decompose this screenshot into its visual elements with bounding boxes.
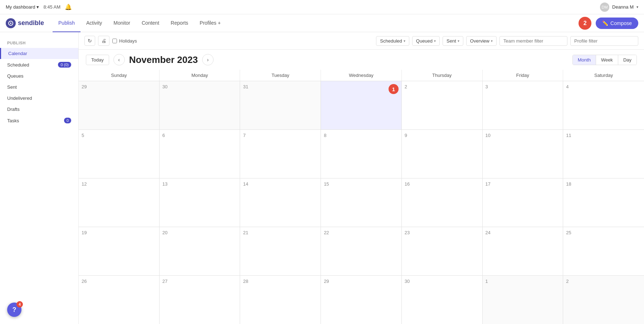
cal-date-nov8: 8 [324,133,326,138]
nav-profiles[interactable]: Profiles + [194,14,226,32]
cal-cell-nov6[interactable]: 6 [160,130,240,178]
cal-cell-nov14[interactable]: 14 [240,178,321,227]
queued-filter-chevron-icon: ▾ [434,39,436,43]
cal-cell-nov28[interactable]: 28 [240,276,321,324]
cal-cell-nov1[interactable]: 1 [321,81,402,129]
cal-cell-nov24[interactable]: 24 [483,227,564,275]
cal-cell-nov22[interactable]: 22 [321,227,402,275]
time-display: 8:45 AM [43,4,60,10]
holidays-label: Holidays [119,38,137,44]
sidebar-item-scheduled[interactable]: Scheduled 0 (0) [0,59,78,70]
cal-cell-oct31[interactable]: 31 [240,81,321,129]
cal-cell-nov13[interactable]: 13 [160,178,240,227]
cal-cell-nov8[interactable]: 8 [321,130,402,178]
logo: sendible [6,18,44,28]
cal-cell-nov16[interactable]: 16 [402,178,483,227]
cal-cell-nov19[interactable]: 19 [79,227,160,275]
compose-button[interactable]: ✏️ Compose [596,18,638,29]
nav-reports[interactable]: Reports [165,14,194,32]
cal-cell-nov17[interactable]: 17 [483,178,564,227]
cal-cell-nov5[interactable]: 5 [79,130,160,178]
sidebar-item-calendar[interactable]: Calendar [0,48,78,59]
cal-cell-nov2[interactable]: 2 [402,81,483,129]
cal-cell-oct30[interactable]: 30 [160,81,240,129]
notification-count-button[interactable]: 2 [579,17,591,30]
queued-filter-label: Queued [416,38,433,44]
sidebar-sent-label: Sent [7,84,17,90]
help-icon: ? [13,306,16,314]
sent-filter-button[interactable]: Sent ▾ [443,36,463,46]
next-month-button[interactable]: › [202,54,214,65]
cal-cell-nov11[interactable]: 11 [563,130,644,178]
cal-cell-nov27[interactable]: 27 [160,276,240,324]
cal-cell-nov29[interactable]: 29 [321,276,402,324]
cal-cell-nov30[interactable]: 30 [402,276,483,324]
cal-cell-dec2[interactable]: 2 [563,276,644,324]
day-view-button[interactable]: Day [618,55,636,65]
print-button[interactable]: 🖨 [98,36,109,46]
sidebar-item-drafts[interactable]: Drafts [0,104,78,115]
nav-monitor[interactable]: Monitor [108,14,136,32]
cal-cell-nov18[interactable]: 18 [563,178,644,227]
profile-filter-input[interactable] [570,36,638,46]
day-header-thursday: Thursday [402,70,483,81]
sidebar-item-sent[interactable]: Sent [0,82,78,93]
cal-date-nov3: 3 [486,84,488,89]
sidebar-item-tasks[interactable]: Tasks 0 [0,115,78,126]
cal-cell-nov25[interactable]: 25 [563,227,644,275]
cal-cell-nov3[interactable]: 3 [483,81,564,129]
cal-cell-nov26[interactable]: 26 [79,276,160,324]
cal-date-nov21: 21 [243,230,248,235]
cal-cell-nov7[interactable]: 7 [240,130,321,178]
cal-cell-nov15[interactable]: 15 [321,178,402,227]
help-button[interactable]: ? 4 [7,303,21,317]
cal-cell-nov9[interactable]: 9 [402,130,483,178]
day-header-tuesday: Tuesday [240,70,321,81]
cal-cell-nov10[interactable]: 10 [483,130,564,178]
calendar-days-header: Sunday Monday Tuesday Wednesday Thursday… [79,70,644,81]
sidebar-item-queues[interactable]: Queues [0,70,78,82]
cal-cell-nov4[interactable]: 4 [563,81,644,129]
day-header-friday: Friday [483,70,564,81]
cal-date-nov30: 30 [405,279,410,284]
prev-month-button[interactable]: ‹ [113,54,125,65]
tasks-badge: 0 [64,118,71,123]
team-member-filter-input[interactable] [499,36,567,46]
nav-activity[interactable]: Activity [80,14,108,32]
overview-filter-button[interactable]: Overview ▾ [466,36,497,46]
cal-date-nov12: 12 [82,181,87,187]
cal-date-nov18: 18 [566,181,571,187]
holidays-checkbox[interactable] [112,39,117,43]
week-view-button[interactable]: Week [596,55,618,65]
top-bar: My dashboard ▾ 8:45 AM 🔔 DM Deanna M ▾ [0,0,644,14]
cal-cell-nov23[interactable]: 23 [402,227,483,275]
calendar-week-1: 29 30 31 1 2 3 [79,81,644,130]
cal-cell-nov21[interactable]: 21 [240,227,321,275]
scheduled-filter-button[interactable]: Scheduled ▾ [376,36,409,46]
cal-cell-nov12[interactable]: 12 [79,178,160,227]
cal-cell-nov20[interactable]: 20 [160,227,240,275]
cal-date-nov28: 28 [243,279,248,284]
cal-date-nov26: 26 [82,279,87,284]
queued-filter-button[interactable]: Queued ▾ [412,36,440,46]
user-menu-chevron-icon[interactable]: ▾ [636,5,638,9]
nav-content[interactable]: Content [136,14,165,32]
cal-cell-oct29[interactable]: 29 [79,81,160,129]
nav-publish[interactable]: Publish [53,14,80,32]
cal-date-nov9: 9 [405,133,407,138]
logo-text: sendible [18,19,44,27]
help-badge: 4 [16,301,23,308]
dashboard-button[interactable]: My dashboard ▾ [6,4,39,10]
notification-bell-icon[interactable]: 🔔 [65,4,72,10]
day-header-saturday: Saturday [563,70,644,81]
compose-icon: ✏️ [602,20,608,26]
sidebar-item-undelivered[interactable]: Undelivered [0,93,78,104]
cal-date-nov24: 24 [486,230,491,235]
today-button[interactable]: Today [86,55,109,65]
cal-cell-dec1[interactable]: 1 [483,276,564,324]
cal-date-nov27: 27 [162,279,167,284]
refresh-button[interactable]: ↻ [84,36,95,46]
month-view-button[interactable]: Month [573,55,596,65]
sidebar-calendar-label: Calendar [8,51,27,56]
cal-date-nov16: 16 [405,181,410,187]
